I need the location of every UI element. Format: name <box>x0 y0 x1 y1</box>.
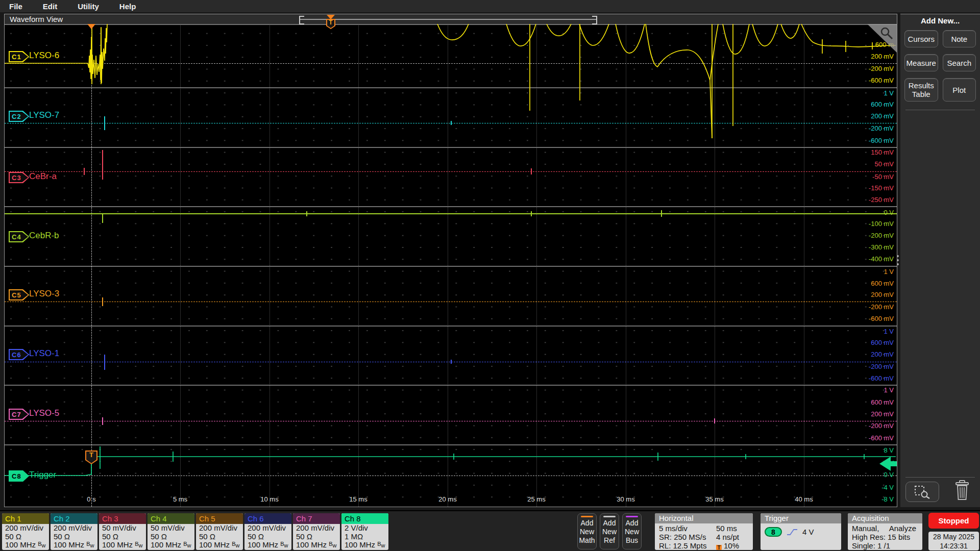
measure-button[interactable]: Measure <box>904 54 938 71</box>
channel-separator <box>5 24 897 25</box>
channel-card-scale: 50 mV/div <box>99 524 146 533</box>
scale-label-c8: -4 V <box>832 484 894 491</box>
scale-label-c3: -250 mV <box>832 196 894 204</box>
zero-line-c5 <box>5 302 897 302</box>
trash-button[interactable] <box>953 480 971 503</box>
channel-badge-label: C8 <box>9 472 21 480</box>
scale-label-c2: -600 mV <box>832 137 894 144</box>
trace-spike-c4 <box>102 213 103 223</box>
channel-badge-c6[interactable]: C6 <box>9 349 29 360</box>
channel-badge-label: C1 <box>9 53 21 61</box>
channel-badge-c5[interactable]: C5 <box>9 289 29 300</box>
scale-label-c5: 1 V <box>832 268 894 276</box>
channel-card-ch-7[interactable]: Ch 7200 mV/div50 Ω100 MHz Bw <box>293 513 340 550</box>
time-axis-label: 40 ms <box>788 495 820 503</box>
trigger-source-badge: 8 <box>765 527 782 537</box>
horizontal-panel[interactable]: Horizontal 5 ms/div 50 ms SR: 250 MS/s 4… <box>655 513 753 550</box>
add-new-ref-button[interactable]: Add New Ref <box>600 513 619 549</box>
trace-spike-c5 <box>102 297 103 306</box>
panel-drag-handle[interactable] <box>897 253 899 267</box>
channel-card-ch-5[interactable]: Ch 5200 mV/div50 Ω100 MHz Bw <box>196 513 243 550</box>
note-button[interactable]: Note <box>943 30 976 47</box>
trace-spike-c4 <box>531 211 532 216</box>
menu-edit[interactable]: Edit <box>43 2 57 11</box>
channel-card-ch-3[interactable]: Ch 350 mV/div50 Ω100 MHz Bw <box>99 513 146 550</box>
overview-left-bracket <box>299 16 304 24</box>
channel-badge-label: C6 <box>9 351 21 359</box>
channel-card-header: Ch 6 <box>244 513 291 524</box>
scale-label-c3: 150 mV <box>832 148 894 156</box>
channel-name-cebr-b: CebR-b <box>29 231 59 241</box>
trace-spike-c2 <box>104 116 105 130</box>
horizontal-span: 50 ms <box>716 524 753 533</box>
scale-label-c7: -600 mV <box>832 434 894 442</box>
channel-badge-c4[interactable]: C4 <box>9 231 29 242</box>
menu-file[interactable]: File <box>9 2 22 11</box>
plot-button[interactable]: Plot <box>943 78 976 102</box>
panel-footer-divider <box>905 477 975 478</box>
channel-card-impedance: 50 Ω <box>148 533 194 541</box>
add-new-title: Add New... <box>900 16 980 25</box>
horizontal-overview-bar[interactable] <box>299 19 596 20</box>
channel-card-ch-6[interactable]: Ch 6200 mV/div50 Ω100 MHz Bw <box>244 513 291 550</box>
add-new-math-button[interactable]: Add New Math <box>577 513 597 549</box>
run-stop-status-button[interactable]: Stopped <box>928 513 979 529</box>
channel-badge-c7[interactable]: C7 <box>9 409 29 420</box>
channel-card-ch-1[interactable]: Ch 1200 mV/div50 Ω100 MHz Bw <box>2 513 49 550</box>
trigger-panel-body: 8 4 V <box>761 523 841 537</box>
channel-card-bandwidth: 100 MHz Bw <box>51 541 97 550</box>
channel-card-ch-2[interactable]: Ch 2200 mV/div50 Ω100 MHz Bw <box>51 513 97 550</box>
channel-separator <box>5 87 897 88</box>
scale-label-c5: -200 mV <box>832 303 894 311</box>
major-gridline <box>358 24 359 507</box>
add-new-bus-button[interactable]: Add New Bus <box>622 513 642 549</box>
trigger-position-caret-icon[interactable] <box>327 15 335 19</box>
channel-badge-label: C4 <box>9 233 21 241</box>
scale-label-c6: -600 mV <box>832 374 894 382</box>
scale-label-c4: -400 mV <box>832 255 894 263</box>
cursors-button[interactable]: Cursors <box>904 30 938 47</box>
trigger-panel[interactable]: Trigger 8 4 V <box>761 513 841 550</box>
zoom-select-icon <box>914 485 931 499</box>
channel-card-scale: 2 V/div <box>341 524 388 533</box>
channel-badge-c3[interactable]: C3 <box>9 172 29 183</box>
accent-bar <box>603 516 616 517</box>
channel-badge-c8[interactable]: C8 <box>9 470 29 482</box>
zero-line-c3 <box>5 171 897 172</box>
scale-label-c1: -600 mV <box>832 77 894 84</box>
channel-name-trigger: Trigger <box>29 470 56 480</box>
scale-label-c5: -600 mV <box>832 315 894 322</box>
acquisition-panel[interactable]: Acquisition Manual, Analyze High Res: 15… <box>848 513 922 550</box>
scale-label-c8: 0 V <box>832 471 894 479</box>
search-button[interactable]: Search <box>943 54 976 71</box>
horizontal-trigger-position: T10% <box>716 541 753 550</box>
major-gridline <box>536 24 537 507</box>
channel-badge-c2[interactable]: C2 <box>9 111 29 122</box>
channel-card-scale: 200 mV/div <box>293 524 340 533</box>
time-axis-label: 10 ms <box>253 495 286 503</box>
channel-card-ch-8[interactable]: Ch 82 V/div1 MΩ100 MHz Bw <box>341 513 388 550</box>
scale-label-c2: 1 V <box>832 89 894 97</box>
channel-card-ch-4[interactable]: Ch 450 mV/div50 Ω100 MHz Bw <box>148 513 194 550</box>
channel-card-impedance: 50 Ω <box>293 533 340 541</box>
zoom-select-button[interactable] <box>905 482 939 502</box>
major-gridline <box>804 24 804 507</box>
time-axis-label: 0 s <box>75 495 108 503</box>
results-table-button[interactable]: Results Table <box>904 78 938 102</box>
scale-label-c5: 600 mV <box>832 280 894 287</box>
waveform-plot-area[interactable]: T 0 s5 ms10 ms15 ms20 ms25 ms30 ms35 ms4… <box>5 24 897 507</box>
add-new-button-grid: CursorsNoteMeasureSearchResults TablePlo… <box>900 30 980 102</box>
channel-badge-label: C5 <box>9 291 21 299</box>
menu-help[interactable]: Help <box>119 2 136 11</box>
trigger-event-marker-icon[interactable]: T <box>85 450 97 464</box>
menu-utility[interactable]: Utility <box>78 2 99 11</box>
c8-trace <box>5 24 897 507</box>
channel-badge-c1[interactable]: C1 <box>9 51 29 62</box>
datetime-display: 28 May 2025 14:23:31 <box>928 532 979 550</box>
waveform-view-title: Waveform View <box>10 15 63 23</box>
trigger-position-top-arrow-icon[interactable] <box>87 24 95 29</box>
channel-card-bandwidth: 100 MHz Bw <box>196 541 243 550</box>
accent-bar <box>581 516 593 517</box>
horizontal-resolution: 4 ns/pt <box>716 533 753 541</box>
horizontal-sample-rate: SR: 250 MS/s <box>659 533 716 541</box>
